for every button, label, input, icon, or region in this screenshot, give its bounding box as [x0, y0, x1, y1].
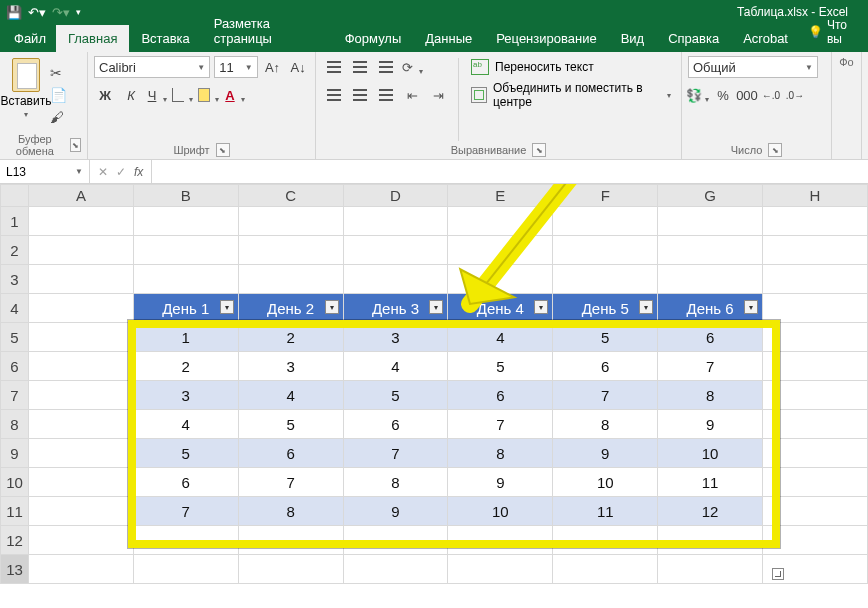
- row-header[interactable]: 11: [1, 497, 29, 526]
- column-header[interactable]: C: [238, 185, 343, 207]
- row-header[interactable]: 13: [1, 555, 29, 584]
- tab-insert[interactable]: Вставка: [129, 25, 201, 52]
- cell[interactable]: [763, 497, 868, 526]
- table-data-cell[interactable]: 7: [238, 468, 343, 497]
- cell[interactable]: [763, 410, 868, 439]
- column-header[interactable]: H: [763, 185, 868, 207]
- cell[interactable]: [763, 323, 868, 352]
- table-header-cell[interactable]: День 6▾: [658, 294, 763, 323]
- table-data-cell[interactable]: 12: [658, 497, 763, 526]
- filter-icon[interactable]: ▾: [534, 300, 548, 314]
- cell[interactable]: [28, 526, 133, 555]
- cell[interactable]: [28, 207, 133, 236]
- row-header[interactable]: 4: [1, 294, 29, 323]
- font-dialog-launcher[interactable]: ⬊: [216, 143, 230, 157]
- table-data-cell[interactable]: 9: [448, 468, 553, 497]
- table-data-cell[interactable]: 6: [133, 468, 238, 497]
- decrease-font-icon[interactable]: A↓: [287, 56, 309, 78]
- table-expand-handle[interactable]: [772, 568, 784, 580]
- table-data-cell[interactable]: 7: [658, 352, 763, 381]
- wrap-text-button[interactable]: Переносить текст: [467, 56, 675, 78]
- table-data-cell[interactable]: 4: [133, 410, 238, 439]
- cell[interactable]: [238, 265, 343, 294]
- cell[interactable]: [553, 526, 658, 555]
- accept-formula-icon[interactable]: ✓: [116, 165, 126, 179]
- cell[interactable]: [763, 468, 868, 497]
- tab-home[interactable]: Главная: [56, 25, 129, 52]
- row-header[interactable]: 6: [1, 352, 29, 381]
- comma-format-button[interactable]: 000: [736, 84, 758, 106]
- qat-customize-icon[interactable]: ▾: [76, 8, 81, 17]
- tab-file[interactable]: Файл: [4, 25, 56, 52]
- table-data-cell[interactable]: 2: [238, 323, 343, 352]
- cell[interactable]: [28, 555, 133, 584]
- tab-acrobat[interactable]: Acrobat: [731, 25, 800, 52]
- cell[interactable]: [28, 323, 133, 352]
- cell[interactable]: [343, 265, 448, 294]
- table-data-cell[interactable]: 5: [133, 439, 238, 468]
- cell[interactable]: [658, 207, 763, 236]
- align-right-button[interactable]: [374, 84, 398, 106]
- table-data-cell[interactable]: 6: [238, 439, 343, 468]
- table-data-cell[interactable]: 10: [658, 439, 763, 468]
- underline-button[interactable]: Ч: [146, 84, 168, 106]
- cancel-formula-icon[interactable]: ✕: [98, 165, 108, 179]
- cell[interactable]: [343, 526, 448, 555]
- align-middle-button[interactable]: [348, 56, 372, 78]
- increase-decimal-button[interactable]: ←.0: [760, 84, 782, 106]
- cell[interactable]: [28, 265, 133, 294]
- table-data-cell[interactable]: 6: [448, 381, 553, 410]
- row-header[interactable]: 5: [1, 323, 29, 352]
- filter-icon[interactable]: ▾: [744, 300, 758, 314]
- table-data-cell[interactable]: 4: [343, 352, 448, 381]
- undo-icon[interactable]: ↶▾: [28, 6, 46, 19]
- table-header-cell[interactable]: День 4▾: [448, 294, 553, 323]
- row-header[interactable]: 9: [1, 439, 29, 468]
- clipboard-dialog-launcher[interactable]: ⬊: [70, 138, 81, 152]
- paste-button[interactable]: Вставить ▾: [6, 56, 46, 133]
- table-data-cell[interactable]: 6: [658, 323, 763, 352]
- decrease-decimal-button[interactable]: .0→: [784, 84, 806, 106]
- worksheet-grid[interactable]: ABCDEFGH1234День 1▾День 2▾День 3▾День 4▾…: [0, 184, 868, 584]
- table-data-cell[interactable]: 2: [133, 352, 238, 381]
- table-data-cell[interactable]: 8: [238, 497, 343, 526]
- column-header[interactable]: G: [658, 185, 763, 207]
- cell[interactable]: [133, 555, 238, 584]
- cell[interactable]: [343, 236, 448, 265]
- redo-icon[interactable]: ↷▾: [52, 6, 70, 19]
- cell[interactable]: [238, 526, 343, 555]
- row-header[interactable]: 12: [1, 526, 29, 555]
- table-header-cell[interactable]: День 5▾: [553, 294, 658, 323]
- font-name-combo[interactable]: Calibri▼: [94, 56, 210, 78]
- fx-icon[interactable]: fx: [134, 165, 143, 179]
- cell[interactable]: [658, 555, 763, 584]
- name-box[interactable]: L13 ▼: [0, 160, 90, 183]
- table-data-cell[interactable]: 7: [448, 410, 553, 439]
- cell[interactable]: [763, 265, 868, 294]
- cell[interactable]: [343, 207, 448, 236]
- tell-me[interactable]: 💡 Что вы: [800, 12, 868, 52]
- row-header[interactable]: 7: [1, 381, 29, 410]
- cell[interactable]: [763, 439, 868, 468]
- table-header-cell[interactable]: День 2▾: [238, 294, 343, 323]
- cell[interactable]: [763, 526, 868, 555]
- cell[interactable]: [28, 236, 133, 265]
- table-data-cell[interactable]: 5: [343, 381, 448, 410]
- increase-indent-button[interactable]: ⇥: [426, 84, 450, 106]
- cell[interactable]: [448, 236, 553, 265]
- formula-input[interactable]: [152, 160, 868, 183]
- cell[interactable]: [553, 207, 658, 236]
- format-painter-icon[interactable]: 🖌: [50, 109, 67, 125]
- cell[interactable]: [238, 555, 343, 584]
- filter-icon[interactable]: ▾: [325, 300, 339, 314]
- cell[interactable]: [448, 265, 553, 294]
- font-color-button[interactable]: A: [224, 84, 246, 106]
- row-header[interactable]: 8: [1, 410, 29, 439]
- cell[interactable]: [28, 410, 133, 439]
- cell[interactable]: [553, 265, 658, 294]
- table-data-cell[interactable]: 10: [448, 497, 553, 526]
- cell[interactable]: [28, 381, 133, 410]
- number-format-combo[interactable]: Общий▼: [688, 56, 818, 78]
- cell[interactable]: [763, 294, 868, 323]
- table-data-cell[interactable]: 8: [448, 439, 553, 468]
